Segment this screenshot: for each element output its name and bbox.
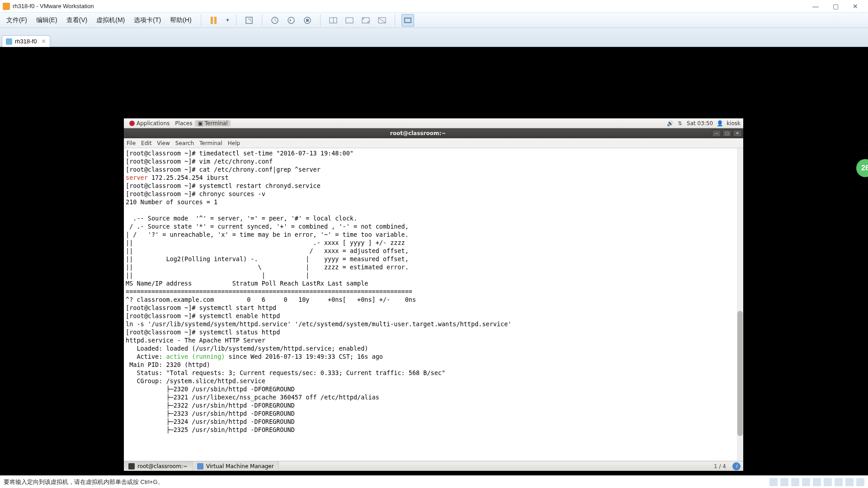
places-menu[interactable]: Places: [172, 120, 195, 127]
term-menu-terminal[interactable]: Terminal: [199, 140, 222, 146]
terminal-titlebar[interactable]: root@classroom:~ — ▢ ✕: [124, 128, 743, 138]
redhat-icon: [129, 121, 135, 126]
vmware-tabstrip: rh318-f0 ✕: [0, 28, 868, 47]
status-hint: 要将输入定向到该虚拟机，请在虚拟机内部单击或按 Ctrl+G。: [4, 478, 769, 486]
menu-view[interactable]: 查看(V): [64, 14, 90, 26]
applications-menu[interactable]: Applications: [127, 120, 172, 127]
svg-rect-6: [333, 18, 334, 23]
svg-rect-4: [306, 19, 309, 22]
vm-tab[interactable]: rh318-f0 ✕: [2, 35, 50, 47]
power-dropdown-icon[interactable]: ▼: [226, 18, 230, 23]
snapshot-button[interactable]: [269, 14, 281, 27]
floppy-icon[interactable]: [845, 478, 854, 486]
view-single-button[interactable]: [343, 14, 356, 27]
clock-label[interactable]: Sat 03:50: [687, 120, 713, 127]
separator: [201, 14, 201, 26]
send-ctrl-alt-del-button[interactable]: [243, 14, 255, 27]
usb-icon[interactable]: [802, 478, 810, 486]
svg-line-10: [379, 18, 385, 23]
task-vmm-label: Virtual Machine Manager: [206, 463, 274, 469]
view-split-button[interactable]: [327, 14, 340, 27]
terminal-close-button[interactable]: ✕: [733, 130, 742, 137]
snapshot-manager-button[interactable]: [301, 14, 314, 27]
separator: [320, 14, 321, 26]
terminal-scrollbar[interactable]: [737, 148, 743, 461]
terminal-minimize-button[interactable]: —: [712, 130, 721, 137]
vmware-menubar: 文件(F) 编辑(E) 查看(V) 虚拟机(M) 选项卡(T) 帮助(H) ▼: [0, 13, 868, 28]
menu-tabs[interactable]: 选项卡(T): [131, 14, 164, 26]
vm-tab-label: rh318-f0: [15, 38, 37, 45]
svg-rect-12: [405, 19, 410, 22]
separator: [395, 14, 395, 26]
terminal-title: root@classroom:~: [124, 130, 712, 136]
svg-rect-0: [246, 17, 252, 23]
terminal-task-icon: [128, 463, 135, 469]
gnome-top-panel: Applications Places ▣Terminal 🔊 ⇅ Sat 03…: [124, 118, 743, 128]
minimize-button[interactable]: —: [806, 0, 826, 12]
info-icon[interactable]: i: [732, 462, 741, 470]
vmware-titlebar: rh318-f0 - VMware Workstation — ▢ ✕: [0, 0, 868, 13]
term-menu-help[interactable]: Help: [228, 140, 240, 146]
places-label: Places: [175, 120, 192, 127]
svg-point-2: [288, 17, 294, 23]
menu-file[interactable]: 文件(F): [4, 14, 30, 26]
terminal-icon: ▣: [198, 120, 203, 127]
device-tray: [769, 478, 864, 486]
window-title: rh318-f0 - VMware Workstation: [13, 3, 806, 9]
pause-vm-button[interactable]: [208, 14, 220, 27]
hdd-icon[interactable]: [769, 478, 778, 486]
vm-display-area[interactable]: Applications Places ▣Terminal 🔊 ⇅ Sat 03…: [0, 47, 868, 475]
cd-icon[interactable]: [780, 478, 788, 486]
separator: [236, 14, 236, 26]
sound-icon[interactable]: [813, 478, 821, 486]
maximize-button[interactable]: ▢: [826, 0, 845, 12]
network-icon[interactable]: ⇅: [677, 120, 683, 127]
workspace-indicator[interactable]: 1 / 4: [710, 463, 730, 469]
close-button[interactable]: ✕: [845, 0, 865, 12]
terminal-scroll-thumb[interactable]: [737, 311, 743, 436]
volume-icon[interactable]: 🔊: [667, 120, 673, 127]
user-label[interactable]: kiosk: [726, 120, 741, 127]
network-adapter-icon[interactable]: [791, 478, 799, 486]
terminal-app-menu[interactable]: ▣Terminal: [195, 120, 230, 127]
term-menu-file[interactable]: File: [127, 140, 136, 146]
display-icon[interactable]: [835, 478, 843, 486]
unity-button[interactable]: [376, 14, 388, 27]
revert-snapshot-button[interactable]: [285, 14, 297, 27]
terminal-window: root@classroom:~ — ▢ ✕ File Edit View Se…: [124, 128, 743, 461]
terminal-body[interactable]: [root@classroom ~]# timedatectl set-time…: [124, 148, 743, 461]
task-terminal-label: root@classroom:~: [137, 463, 188, 469]
printer-icon[interactable]: [824, 478, 832, 486]
fullscreen-button[interactable]: [359, 14, 372, 27]
menu-help[interactable]: 帮助(H): [167, 14, 194, 26]
task-virt-manager[interactable]: Virtual Machine Manager: [193, 461, 279, 471]
vm-tab-icon: [6, 38, 12, 45]
terminal-menubar: File Edit View Search Terminal Help: [124, 138, 743, 148]
svg-rect-7: [346, 18, 353, 23]
message-icon[interactable]: [856, 478, 864, 486]
user-icon: 👤: [717, 120, 723, 127]
virt-manager-icon: [197, 463, 203, 469]
menu-vm[interactable]: 虚拟机(M): [94, 14, 127, 26]
notification-badge[interactable]: 26: [856, 159, 868, 177]
console-view-button[interactable]: [401, 14, 414, 27]
separator: [262, 14, 262, 26]
vmware-icon: [3, 3, 10, 10]
guest-desktop: Applications Places ▣Terminal 🔊 ⇅ Sat 03…: [124, 118, 743, 471]
menu-edit[interactable]: 编辑(E): [33, 14, 60, 26]
gnome-bottom-panel: root@classroom:~ Virtual Machine Manager…: [124, 461, 743, 471]
close-tab-icon[interactable]: ✕: [41, 38, 46, 45]
task-terminal[interactable]: root@classroom:~: [124, 461, 193, 471]
vmware-statusbar: 要将输入定向到该虚拟机，请在虚拟机内部单击或按 Ctrl+G。: [0, 475, 868, 488]
terminal-label: Terminal: [205, 120, 228, 127]
term-menu-view[interactable]: View: [157, 140, 170, 146]
term-menu-edit[interactable]: Edit: [141, 140, 151, 146]
term-menu-search[interactable]: Search: [175, 140, 194, 146]
terminal-maximize-button[interactable]: ▢: [722, 130, 731, 137]
applications-label: Applications: [137, 120, 170, 127]
